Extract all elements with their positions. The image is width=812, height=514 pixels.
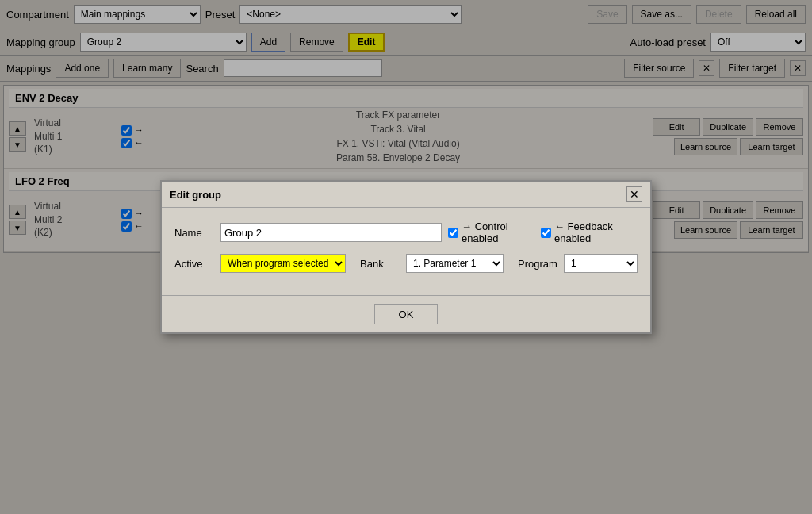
bank-label: Bank <box>360 258 400 270</box>
name-input[interactable] <box>220 223 442 242</box>
active-select[interactable]: When program selected <box>220 254 346 273</box>
main-panel: Compartment Main mappings Preset <None> … <box>0 0 812 514</box>
active-label: Active <box>174 258 214 270</box>
program-select-modal[interactable]: 1 <box>564 254 638 273</box>
control-enabled-label: → Control enabled <box>448 221 534 244</box>
bank-select[interactable]: 1. Parameter 1 <box>406 254 504 273</box>
modal-footer: OK <box>162 295 650 332</box>
feedback-enabled-label: ← Feedback enabled <box>541 221 638 244</box>
program-label: Program <box>518 258 557 270</box>
name-label: Name <box>174 227 214 239</box>
active-row: Active When program selected Bank 1. Par… <box>174 254 638 273</box>
modal-title: Edit group <box>170 189 221 201</box>
feedback-enabled-checkbox[interactable] <box>541 228 551 238</box>
name-row: Name → Control enabled ← Feedback enable… <box>174 221 638 244</box>
modal-close-button[interactable]: ✕ <box>626 186 642 202</box>
modal-titlebar: Edit group ✕ <box>162 182 650 208</box>
modal-overlay: Edit group ✕ Name → Control enabled ← Fe… <box>0 0 812 514</box>
edit-group-modal: Edit group ✕ Name → Control enabled ← Fe… <box>160 180 652 334</box>
control-enabled-checkbox[interactable] <box>448 228 458 238</box>
modal-body: Name → Control enabled ← Feedback enable… <box>162 208 650 295</box>
ok-button[interactable]: OK <box>374 304 438 324</box>
